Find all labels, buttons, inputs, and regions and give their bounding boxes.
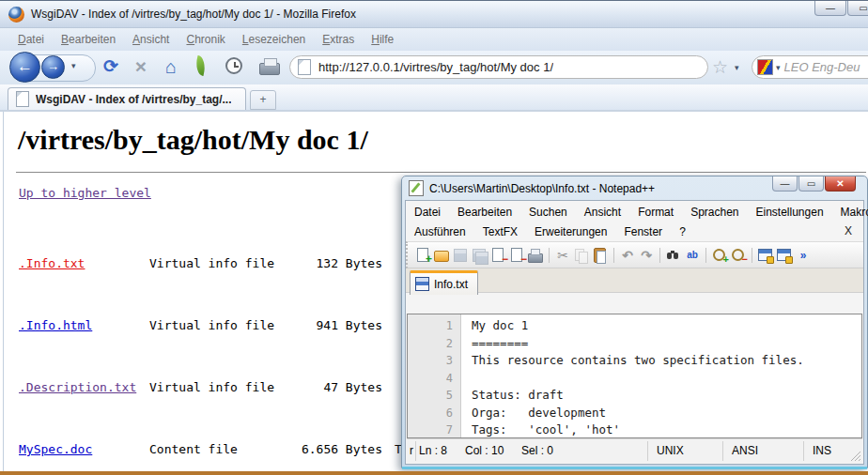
bookmark-dropdown-icon[interactable]: ▾ xyxy=(735,63,739,72)
firefox-window-buttons: — ▭ xyxy=(814,1,868,16)
editor-line[interactable]: 3This resource contains two specificatio… xyxy=(408,352,861,370)
editor-line[interactable]: 2======== xyxy=(408,335,861,353)
resize-grip[interactable] xyxy=(851,452,860,461)
toolbar-separator xyxy=(705,248,706,263)
menu-sprachen[interactable]: Sprachen xyxy=(688,204,747,221)
clock-addon-icon[interactable] xyxy=(225,57,242,74)
menu-ansicht[interactable]: Ansicht xyxy=(124,30,178,49)
maximize-button[interactable]: ▭ xyxy=(798,176,824,192)
line-number: 6 xyxy=(408,405,453,422)
status-insert-mode[interactable]: INS xyxy=(813,444,831,457)
menu-help[interactable]: ? xyxy=(676,223,694,240)
new-file-icon[interactable] xyxy=(414,247,431,264)
menu-ausfuehren[interactable]: Ausführen xyxy=(411,223,474,240)
menu-hilfe[interactable]: Hilfe xyxy=(363,30,402,49)
menu-textfx[interactable]: TextFX xyxy=(480,223,526,240)
minimize-button[interactable]: — xyxy=(814,1,846,16)
url-text[interactable]: http://127.0.0.1/virtres/by_tag/hot/My d… xyxy=(318,60,553,74)
status-encoding[interactable]: ANSI xyxy=(732,444,758,457)
bookmark-star-icon[interactable]: ☆ xyxy=(712,56,728,78)
history-dropdown-icon[interactable]: ▾ xyxy=(71,61,76,70)
menu-fenster[interactable]: Fenster xyxy=(621,223,671,240)
up-to-higher-level-link[interactable]: Up to higher level xyxy=(19,186,151,200)
copy-icon[interactable] xyxy=(573,247,590,264)
firefox-navbar: ← → ▾ ⟳ × ⌂ http://127.0.0.1/virtres/by_… xyxy=(0,51,868,85)
menu-lesezeichen[interactable]: Lesezeichen xyxy=(234,30,314,49)
menu-format[interactable]: Format xyxy=(635,204,682,221)
menu-bearbeiten[interactable]: Bearbeiten xyxy=(53,30,124,49)
close-button[interactable]: ✕ xyxy=(825,176,856,192)
save-all-icon[interactable] xyxy=(471,247,488,264)
tab-title: WsgiDAV - Index of /virtres/by_tag/... xyxy=(36,93,231,106)
reload-button[interactable]: ⟳ xyxy=(98,54,124,80)
maximize-button[interactable]: ▭ xyxy=(847,1,868,16)
sync-h-icon[interactable] xyxy=(776,247,793,264)
firefox-tabbar: WsgiDAV - Index of /virtres/by_tag/... + xyxy=(0,84,868,112)
zoom-in-icon[interactable] xyxy=(711,247,728,264)
paste-icon[interactable] xyxy=(592,247,609,264)
menu-datei[interactable]: Datei xyxy=(411,204,449,221)
menu-ansicht[interactable]: Ansicht xyxy=(581,204,629,221)
toolbar-more-icon[interactable]: » xyxy=(795,247,812,264)
forward-button[interactable]: → xyxy=(41,55,65,79)
search-engine-dropdown-icon[interactable]: ▾ xyxy=(776,63,781,72)
file-link[interactable]: .Info.txt xyxy=(19,253,149,274)
status-line: Ln : 8 xyxy=(419,444,447,457)
close-all-icon[interactable] xyxy=(508,247,525,264)
leo-search-engine-icon[interactable] xyxy=(757,59,773,75)
editor-line[interactable]: 7Tags: 'cool', 'hot' xyxy=(408,421,861,438)
file-size: 941 Bytes xyxy=(288,315,382,336)
undo-icon[interactable]: ↶ xyxy=(619,247,636,264)
text-editor[interactable]: 1My doc 1 2======== 3This resource conta… xyxy=(407,314,862,438)
menu-datei[interactable]: Datei xyxy=(9,30,53,49)
file-link[interactable]: .Info.html xyxy=(19,315,149,336)
document-tab[interactable]: Info.txt xyxy=(410,270,478,295)
menu-makro[interactable]: Makro xyxy=(838,204,868,221)
editor-line[interactable]: 4 xyxy=(408,370,861,388)
home-button[interactable]: ⌂ xyxy=(158,54,184,80)
cut-icon[interactable]: ✂ xyxy=(554,247,571,264)
search-input[interactable]: LEO Eng-Deu xyxy=(784,60,860,74)
notepadpp-titlebar[interactable]: C:\Users\Martin\Desktop\Info.txt - Notep… xyxy=(402,176,867,200)
line-text: This resource contains two specification… xyxy=(472,352,804,370)
new-tab-button[interactable]: + xyxy=(250,90,276,110)
menu-erweiterungen[interactable]: Erweiterungen xyxy=(532,223,615,240)
leaf-addon-icon[interactable] xyxy=(194,55,209,76)
menubar-row2: Ausführen TextFX Erweiterungen Fenster ?… xyxy=(411,222,858,241)
status-eol-format[interactable]: UNIX xyxy=(657,444,684,457)
browser-tab[interactable]: WsgiDAV - Index of /virtres/by_tag/... xyxy=(8,87,246,110)
close-doc-icon[interactable] xyxy=(489,247,506,264)
open-folder-icon[interactable] xyxy=(433,247,450,264)
editor-line[interactable]: 1My doc 1 xyxy=(408,317,861,335)
toolbar-separator xyxy=(752,248,752,263)
menu-chronik[interactable]: Chronik xyxy=(178,30,233,49)
notepadpp-window[interactable]: C:\Users\Martin\Desktop\Info.txt - Notep… xyxy=(401,176,868,468)
menu-extras[interactable]: Extras xyxy=(314,30,363,49)
menu-bearbeiten[interactable]: Bearbeiten xyxy=(455,204,520,221)
file-type: Virtual info file xyxy=(149,315,288,336)
editor-line[interactable]: 6Orga: development xyxy=(408,405,861,422)
stop-button[interactable]: × xyxy=(128,54,154,80)
menu-suchen[interactable]: Suchen xyxy=(526,204,576,221)
menubar-close-icon[interactable]: X xyxy=(845,224,852,238)
replace-icon[interactable]: ab xyxy=(684,247,701,264)
firefox-titlebar[interactable]: WsgiDAV - Index of /virtres/by_tag/hot/M… xyxy=(0,0,868,28)
file-link[interactable]: .Description.txt xyxy=(19,377,149,398)
file-size: 47 Bytes xyxy=(288,377,382,398)
back-button[interactable]: ← xyxy=(9,52,40,83)
status-separator xyxy=(722,441,723,461)
save-icon[interactable] xyxy=(452,247,469,264)
file-link[interactable]: MySpec.doc xyxy=(19,439,149,460)
status-separator xyxy=(803,441,804,461)
menu-einstellungen[interactable]: Einstellungen xyxy=(753,204,832,221)
redo-icon[interactable]: ↷ xyxy=(638,247,655,264)
editor-line[interactable]: 5Status: draft xyxy=(408,387,861,405)
print-icon[interactable] xyxy=(527,247,544,264)
print-button[interactable] xyxy=(259,63,280,75)
url-bar[interactable]: http://127.0.0.1/virtres/by_tag/hot/My d… xyxy=(289,55,708,79)
search-box[interactable]: ▾ LEO Eng-Deu xyxy=(752,55,868,79)
zoom-out-icon[interactable] xyxy=(730,247,747,264)
minimize-button[interactable]: — xyxy=(772,176,798,192)
find-icon[interactable] xyxy=(665,247,682,264)
sync-v-icon[interactable] xyxy=(757,247,774,264)
